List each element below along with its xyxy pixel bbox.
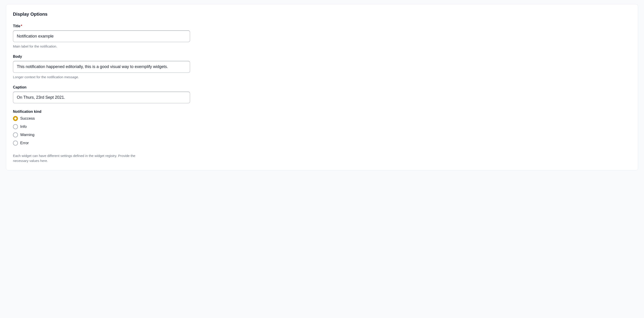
radio-icon [13, 116, 18, 121]
kind-radio-info-label: Info [20, 124, 26, 129]
title-help: Main label for the notification. [13, 44, 190, 48]
caption-field-group: Caption [13, 85, 190, 103]
kind-field-group: Notification kind Success Info Warning E… [13, 110, 631, 145]
title-label: Title* [13, 24, 190, 28]
kind-label: Notification kind [13, 110, 631, 114]
kind-radio-warning-label: Warning [20, 133, 34, 137]
radio-icon [13, 132, 18, 137]
caption-input[interactable] [13, 92, 190, 103]
title-label-text: Title [13, 24, 20, 28]
kind-radio-error-label: Error [20, 141, 29, 145]
kind-radio-warning[interactable]: Warning [13, 132, 631, 137]
caption-label: Caption [13, 85, 190, 89]
radio-icon [13, 124, 18, 129]
required-mark: * [21, 24, 22, 28]
kind-radio-success-label: Success [20, 116, 35, 121]
body-input[interactable] [13, 61, 190, 73]
display-options-panel: Display Options Title* Main label for th… [6, 4, 638, 170]
radio-icon [13, 140, 18, 145]
body-help: Longer context for the notification mess… [13, 75, 190, 79]
section-title: Display Options [13, 12, 631, 17]
kind-radio-info[interactable]: Info [13, 124, 631, 129]
title-input[interactable] [13, 31, 190, 42]
body-field-group: Body Longer context for the notification… [13, 55, 190, 79]
kind-radio-success[interactable]: Success [13, 116, 631, 121]
kind-radio-error[interactable]: Error [13, 140, 631, 145]
footer-help: Each widget can have different settings … [13, 153, 140, 163]
title-field-group: Title* Main label for the notification. [13, 24, 190, 48]
body-label: Body [13, 55, 190, 59]
